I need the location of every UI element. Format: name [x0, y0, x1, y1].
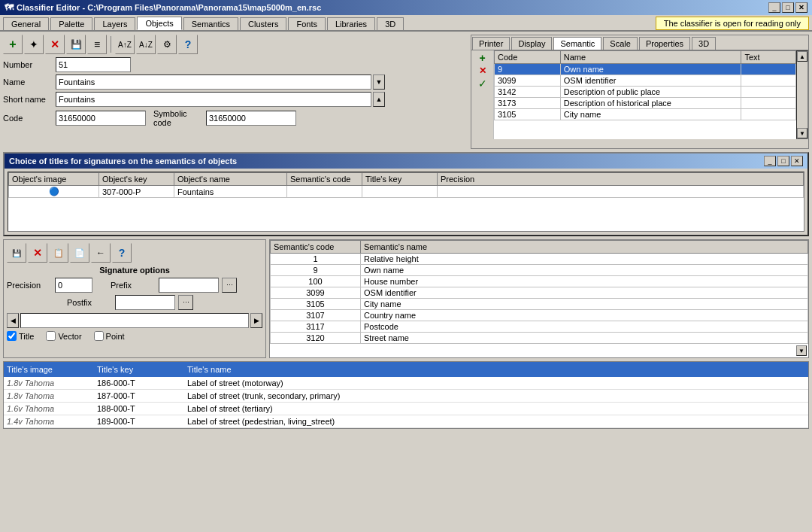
- tab-palette[interactable]: Palette: [50, 17, 92, 30]
- table-row[interactable]: 🔵 307-000-P Fountains: [9, 186, 804, 198]
- title-key-col: Title's key: [94, 363, 184, 375]
- add-button[interactable]: +: [3, 35, 23, 54]
- table-row[interactable]: 9 Own name: [495, 64, 796, 75]
- semantics-code-table: Semantic's code Semantic's name 1 Relati…: [270, 240, 808, 344]
- sem-code: 3105: [495, 109, 561, 120]
- delete-button[interactable]: ✕: [45, 35, 65, 54]
- tab-printer[interactable]: Printer: [472, 37, 510, 50]
- dialog-max-btn[interactable]: □: [777, 156, 789, 166]
- select-button[interactable]: ✦: [24, 35, 44, 54]
- tab-general[interactable]: General: [3, 17, 49, 30]
- title-checkbox[interactable]: [7, 331, 17, 341]
- sort-za-button[interactable]: A↓Z: [136, 35, 156, 54]
- vector-checkbox[interactable]: [46, 331, 56, 341]
- table-row[interactable]: 3099 OSM identifier: [495, 75, 796, 87]
- table-row[interactable]: 3105 City name: [495, 109, 796, 120]
- tab-fonts[interactable]: Fonts: [288, 17, 326, 30]
- point-checkbox-label[interactable]: Point: [94, 331, 125, 341]
- save-button[interactable]: 💾: [66, 35, 86, 54]
- table-row[interactable]: 3173 Description of historical place: [495, 98, 796, 109]
- dialog-min-btn[interactable]: _: [764, 156, 776, 166]
- sem-scroll-down[interactable]: ▼: [796, 345, 807, 356]
- col-semantic-code: Semantic's code: [287, 173, 362, 186]
- tab-libraries[interactable]: Libraries: [327, 17, 375, 30]
- table-row[interactable]: 9 Own name: [271, 265, 808, 276]
- table-row[interactable]: 3120 Street name: [271, 333, 808, 344]
- sort-az-button[interactable]: A↑Z: [115, 35, 135, 54]
- table-row[interactable]: 1 Relative height: [271, 254, 808, 265]
- semantics-code-table-container: Semantic's code Semantic's name 1 Relati…: [269, 239, 809, 358]
- window-controls: _ □ ✕: [768, 2, 807, 13]
- title-img: 1.8v Tahoma: [4, 377, 94, 389]
- prefix-input[interactable]: [159, 278, 219, 293]
- list-item[interactable]: 1.4v Tahoma 189-000-T Label of street (p…: [4, 415, 808, 428]
- list-item[interactable]: 1.8v Tahoma 186-000-T Label of street (m…: [4, 377, 808, 390]
- title-img: 1.8v Tahoma: [4, 390, 94, 402]
- scroll-left-btn[interactable]: ◀: [7, 313, 19, 328]
- semantic-scrollbar[interactable]: ▲ ▼: [796, 50, 808, 139]
- postfix-btn[interactable]: ⋯: [178, 295, 193, 310]
- point-checkbox[interactable]: [94, 331, 104, 341]
- tab-semantic[interactable]: Semantic: [553, 37, 601, 50]
- layers-button[interactable]: ⚙: [157, 35, 177, 54]
- name-down-btn[interactable]: ▼: [373, 74, 385, 90]
- help-button[interactable]: ?: [178, 35, 198, 54]
- list-item[interactable]: 1.8v Tahoma 187-000-T Label of street (t…: [4, 390, 808, 403]
- table-row[interactable]: 100 House number: [271, 276, 808, 287]
- vector-checkbox-label[interactable]: Vector: [46, 331, 81, 341]
- vector-checkbox-text: Vector: [58, 332, 81, 341]
- code-input[interactable]: [56, 111, 146, 126]
- tab-3d[interactable]: 3D: [377, 17, 404, 30]
- table-row[interactable]: 3117 Postcode: [271, 321, 808, 333]
- objects-toolbar: + ✦ ✕ 💾 ≡ A↑Z A↓Z ⚙ ?: [3, 35, 468, 54]
- sig-paste-btn[interactable]: 📄: [70, 243, 89, 263]
- sem-code: 3173: [495, 98, 561, 109]
- short-name-up-btn[interactable]: ▲: [373, 92, 385, 107]
- title-checkbox-label[interactable]: Title: [7, 331, 34, 341]
- precision-input[interactable]: [55, 278, 92, 293]
- sc-name: House number: [361, 276, 808, 287]
- sig-copy-btn[interactable]: 📋: [49, 243, 68, 263]
- maximize-button[interactable]: □: [782, 2, 794, 13]
- scroll-area: ◀ ▶: [7, 313, 262, 328]
- scroll-right-btn[interactable]: ▶: [250, 313, 262, 328]
- tab-properties[interactable]: Properties: [639, 37, 690, 50]
- obj-sem-code: [287, 186, 362, 198]
- scroll-down-btn[interactable]: ▼: [797, 128, 807, 138]
- close-button[interactable]: ✕: [795, 2, 807, 13]
- short-name-input[interactable]: [56, 92, 371, 107]
- table-row[interactable]: 3107 Country name: [271, 310, 808, 321]
- dialog-close-btn[interactable]: ✕: [791, 156, 803, 166]
- tab-clusters[interactable]: Clusters: [240, 17, 286, 30]
- sig-save-btn[interactable]: 💾: [7, 243, 26, 263]
- point-checkbox-text: Point: [106, 332, 125, 341]
- tab-layers[interactable]: Layers: [94, 17, 135, 30]
- obj-name: Fountains: [174, 186, 287, 198]
- tab-scale[interactable]: Scale: [603, 37, 638, 50]
- postfix-input[interactable]: [115, 295, 175, 310]
- table-row[interactable]: 3142 Description of public place: [495, 87, 796, 98]
- tab-objects[interactable]: Objects: [137, 17, 181, 30]
- prefix-btn[interactable]: ⋯: [222, 278, 237, 293]
- list-button[interactable]: ≡: [87, 35, 107, 54]
- table-row[interactable]: 3105 City name: [271, 299, 808, 310]
- list-item[interactable]: 1.6v Tahoma 188-000-T Label of street (t…: [4, 403, 808, 415]
- sc-name: Postcode: [361, 321, 808, 333]
- table-row[interactable]: 3099 OSM identifier: [271, 287, 808, 299]
- symbolic-code-input[interactable]: [206, 111, 296, 126]
- sig-delete-btn[interactable]: ✕: [28, 243, 47, 263]
- tab-semantics[interactable]: Semantics: [183, 17, 238, 30]
- tab-3d-right[interactable]: 3D: [692, 37, 716, 50]
- bottom-section: 💾 ✕ 📋 📄 ← ? Signature options Precision …: [0, 239, 812, 361]
- choice-dialog: Choice of titles for signatures on the s…: [3, 152, 809, 236]
- prefix-label: Prefix: [111, 281, 156, 290]
- sem-text: [741, 87, 796, 98]
- tab-display[interactable]: Display: [511, 37, 552, 50]
- sig-help-btn[interactable]: ?: [112, 243, 132, 263]
- precision-label: Precision: [7, 281, 52, 290]
- minimize-button[interactable]: _: [768, 2, 780, 13]
- name-input[interactable]: [56, 74, 371, 90]
- number-input[interactable]: [56, 57, 131, 72]
- scroll-up-btn[interactable]: ▲: [797, 51, 807, 62]
- sig-back-btn[interactable]: ←: [91, 243, 111, 263]
